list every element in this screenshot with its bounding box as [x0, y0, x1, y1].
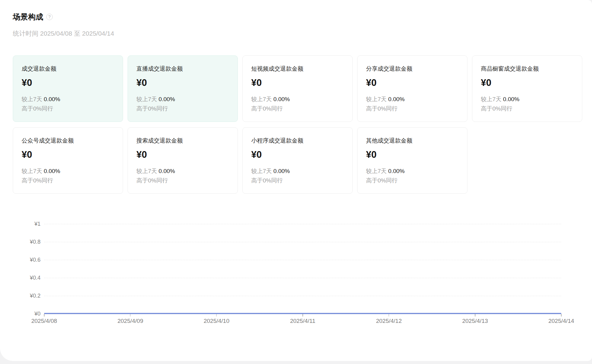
peer-line: 高于0%同行	[366, 176, 459, 185]
y-tick-label: ¥1	[34, 221, 41, 227]
metric-card[interactable]: 成交退款金额 ¥0 较上7天 0.00% 高于0%同行	[13, 55, 123, 122]
metric-card-title: 直播成交退款金额	[136, 65, 229, 73]
metric-card-stats: 较上7天 0.00% 高于0%同行	[251, 166, 344, 185]
gridline	[44, 278, 561, 278]
metric-card-value: ¥0	[251, 149, 344, 160]
x-axis-tick	[130, 314, 131, 316]
compare-label: 较上7天	[22, 168, 42, 174]
compare-label: 较上7天	[366, 96, 387, 102]
peer-line: 高于0%同行	[366, 104, 459, 113]
compare-line: 较上7天 0.00%	[251, 94, 344, 104]
compare-value: 0.00%	[159, 168, 175, 174]
metric-card-title: 搜索成交退款金额	[136, 137, 229, 145]
compare-label: 较上7天	[22, 96, 42, 102]
compare-line: 较上7天 0.00%	[22, 94, 114, 104]
metric-card-value: ¥0	[22, 149, 114, 160]
x-axis-tick	[216, 314, 217, 316]
metric-card-title: 成交退款金额	[22, 65, 114, 73]
metric-card-value: ¥0	[481, 77, 573, 88]
metric-card[interactable]: 小程序成交退款金额 ¥0 较上7天 0.00% 高于0%同行	[242, 127, 353, 194]
x-axis-tick	[561, 314, 562, 316]
compare-label: 较上7天	[136, 96, 157, 102]
peer-line: 高于0%同行	[22, 176, 114, 185]
metric-card-stats: 较上7天 0.00% 高于0%同行	[251, 94, 344, 113]
x-tick-label: 2025/4/14	[548, 318, 574, 324]
compare-value: 0.00%	[388, 96, 405, 102]
y-tick-label: ¥0	[34, 311, 41, 317]
metric-card-value: ¥0	[251, 77, 344, 88]
x-axis-tick	[44, 314, 44, 316]
metric-card[interactable]: 搜索成交退款金额 ¥0 较上7天 0.00% 高于0%同行	[128, 127, 238, 194]
peer-line: 高于0%同行	[136, 176, 229, 185]
metric-cards-grid: 成交退款金额 ¥0 较上7天 0.00% 高于0%同行 直播成交退款金额 ¥0 …	[13, 55, 582, 194]
metric-card-title: 分享成交退款金额	[366, 65, 459, 73]
metric-card-value: ¥0	[136, 149, 229, 160]
compare-label: 较上7天	[251, 96, 272, 102]
metric-card-value: ¥0	[366, 77, 459, 88]
metric-card-title: 商品橱窗成交退款金额	[481, 65, 573, 73]
header: 场景构成 ?	[13, 12, 53, 21]
x-tick-label: 2025/4/11	[290, 318, 315, 324]
metric-card[interactable]: 分享成交退款金额 ¥0 较上7天 0.00% 高于0%同行	[357, 55, 467, 122]
compare-line: 较上7天 0.00%	[22, 166, 114, 176]
metric-card-title: 其他成交退款金额	[366, 137, 459, 145]
metric-card-stats: 较上7天 0.00% 高于0%同行	[22, 166, 114, 185]
x-axis-tick	[302, 314, 303, 316]
stats-time-range: 统计时间 2025/04/08 至 2025/04/14	[13, 29, 114, 38]
peer-line: 高于0%同行	[481, 104, 573, 113]
metric-card-stats: 较上7天 0.00% 高于0%同行	[481, 94, 573, 113]
compare-value: 0.00%	[44, 96, 60, 102]
metric-card[interactable]: 短视频成交退款金额 ¥0 较上7天 0.00% 高于0%同行	[242, 55, 353, 122]
x-axis-tick	[475, 314, 475, 316]
compare-value: 0.00%	[44, 168, 60, 174]
compare-value: 0.00%	[273, 168, 290, 174]
metric-card-stats: 较上7天 0.00% 高于0%同行	[366, 166, 459, 185]
y-tick-label: ¥0.6	[30, 257, 41, 263]
metric-card-value: ¥0	[136, 77, 229, 88]
x-tick-label: 2025/4/10	[204, 318, 230, 324]
compare-label: 较上7天	[251, 168, 272, 174]
help-icon[interactable]: ?	[46, 14, 53, 20]
metric-card-title: 短视频成交退款金额	[251, 65, 344, 73]
gridline	[44, 296, 561, 296]
compare-line: 较上7天 0.00%	[366, 94, 459, 104]
y-tick-label: ¥0.4	[30, 275, 41, 281]
metric-card-value: ¥0	[366, 149, 459, 160]
metric-card-title: 公众号成交退款金额	[22, 137, 114, 145]
compare-line: 较上7天 0.00%	[366, 166, 459, 176]
peer-line: 高于0%同行	[136, 104, 229, 113]
compare-line: 较上7天 0.00%	[251, 166, 344, 176]
y-tick-label: ¥0.8	[30, 239, 41, 245]
scene-composition-panel: 场景构成 ? 统计时间 2025/04/08 至 2025/04/14 成交退款…	[0, 0, 592, 361]
x-tick-label: 2025/4/13	[462, 318, 488, 324]
page-title: 场景构成	[13, 12, 43, 21]
compare-value: 0.00%	[388, 168, 405, 174]
metric-card-stats: 较上7天 0.00% 高于0%同行	[136, 166, 229, 185]
gridline	[44, 260, 561, 260]
gridline	[44, 224, 561, 224]
metric-card-stats: 较上7天 0.00% 高于0%同行	[22, 94, 114, 113]
compare-line: 较上7天 0.00%	[481, 94, 573, 104]
metric-card[interactable]: 直播成交退款金额 ¥0 较上7天 0.00% 高于0%同行	[128, 55, 238, 122]
metric-card-stats: 较上7天 0.00% 高于0%同行	[136, 94, 229, 113]
metric-card[interactable]: 其他成交退款金额 ¥0 较上7天 0.00% 高于0%同行	[357, 127, 467, 194]
x-tick-label: 2025/4/08	[31, 318, 57, 324]
x-axis-tick	[389, 314, 389, 316]
metric-card-title: 小程序成交退款金额	[251, 137, 344, 145]
refund-trend-chart: ¥1¥0.8¥0.6¥0.4¥0.2¥02025/4/082025/4/0920…	[44, 224, 561, 327]
metric-card[interactable]: 公众号成交退款金额 ¥0 较上7天 0.00% 高于0%同行	[13, 127, 123, 194]
peer-line: 高于0%同行	[22, 104, 114, 113]
compare-value: 0.00%	[503, 96, 520, 102]
compare-value: 0.00%	[273, 96, 290, 102]
peer-line: 高于0%同行	[251, 176, 344, 185]
y-tick-label: ¥0.2	[30, 293, 41, 299]
x-tick-label: 2025/4/09	[118, 318, 143, 324]
metric-card-value: ¥0	[22, 77, 114, 88]
compare-value: 0.00%	[159, 96, 175, 102]
metric-card-stats: 较上7天 0.00% 高于0%同行	[366, 94, 459, 113]
metric-card[interactable]: 商品橱窗成交退款金额 ¥0 较上7天 0.00% 高于0%同行	[472, 55, 582, 122]
compare-line: 较上7天 0.00%	[136, 166, 229, 176]
compare-label: 较上7天	[481, 96, 502, 102]
peer-line: 高于0%同行	[251, 104, 344, 113]
compare-line: 较上7天 0.00%	[136, 94, 229, 104]
